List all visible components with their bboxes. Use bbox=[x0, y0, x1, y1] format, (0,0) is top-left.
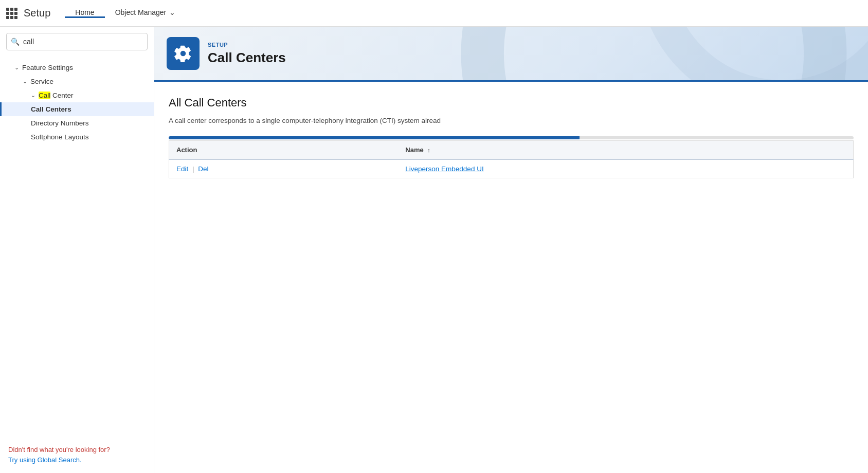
search-icon: 🔍 bbox=[11, 38, 20, 46]
content-body: All Call Centers A call center correspon… bbox=[154, 82, 868, 473]
sidebar-item-service[interactable]: ⌄ Service bbox=[0, 75, 154, 88]
chevron-down-icon: ⌄ bbox=[14, 64, 19, 71]
scroll-indicator bbox=[169, 136, 854, 139]
page-header-title: Call Centers bbox=[208, 50, 286, 66]
content-area: SETUP Call Centers All Call Centers A ca… bbox=[154, 27, 868, 473]
search-input[interactable] bbox=[6, 33, 148, 50]
del-link[interactable]: Del bbox=[198, 165, 208, 173]
table-cell-action: Edit | Del bbox=[169, 159, 399, 178]
search-box: 🔍 bbox=[6, 33, 148, 50]
column-header-name[interactable]: Name ↑ bbox=[398, 141, 853, 160]
page-header: SETUP Call Centers bbox=[154, 27, 868, 82]
sidebar-item-directory-numbers[interactable]: Directory Numbers bbox=[0, 116, 154, 130]
app-launcher-icon[interactable] bbox=[6, 8, 17, 19]
page-icon-box bbox=[167, 37, 200, 70]
app-title: Setup bbox=[24, 7, 50, 19]
sidebar: 🔍 ⌄ Feature Settings ⌄ Service ⌄ Call Ce… bbox=[0, 27, 154, 473]
table-row: Edit | Del Liveperson Embedded UI bbox=[169, 159, 854, 178]
tab-home[interactable]: Home bbox=[65, 8, 104, 18]
call-center-name-link[interactable]: Liveperson Embedded UI bbox=[405, 165, 483, 173]
top-nav-tabs: Home Object Manager ⌄ bbox=[65, 8, 186, 18]
sidebar-item-call-center[interactable]: ⌄ Call Center bbox=[0, 88, 154, 102]
pipe-separator: | bbox=[192, 165, 194, 173]
table-cell-name: Liveperson Embedded UI bbox=[398, 159, 853, 178]
global-search-link[interactable]: Try using Global Search. bbox=[8, 456, 82, 464]
sidebar-item-softphone-layouts[interactable]: Softphone Layouts bbox=[0, 130, 154, 144]
table-header-row: Action Name ↑ bbox=[169, 141, 854, 160]
sidebar-item-call-centers[interactable]: Call Centers bbox=[0, 102, 154, 116]
edit-link[interactable]: Edit bbox=[176, 165, 188, 173]
gear-icon bbox=[174, 44, 192, 63]
sidebar-item-feature-settings[interactable]: ⌄ Feature Settings bbox=[0, 61, 154, 75]
chevron-down-icon: ⌄ bbox=[31, 92, 35, 99]
tab-object-manager[interactable]: Object Manager ⌄ bbox=[105, 8, 186, 18]
chevron-down-icon: ⌄ bbox=[169, 8, 175, 16]
content-description: A call center corresponds to a single co… bbox=[169, 116, 854, 126]
column-header-action: Action bbox=[169, 141, 399, 160]
page-header-label: SETUP bbox=[208, 42, 286, 48]
call-centers-table: Action Name ↑ Edit | Del bbox=[169, 140, 854, 178]
section-title: All Call Centers bbox=[169, 96, 854, 110]
sort-asc-icon: ↑ bbox=[427, 147, 430, 153]
sidebar-nav: ⌄ Feature Settings ⌄ Service ⌄ Call Cent… bbox=[0, 57, 154, 436]
chevron-down-icon: ⌄ bbox=[23, 78, 27, 85]
main-layout: 🔍 ⌄ Feature Settings ⌄ Service ⌄ Call Ce… bbox=[0, 27, 868, 473]
top-navigation: Setup Home Object Manager ⌄ bbox=[0, 0, 868, 27]
sidebar-footer: Didn't find what you're looking for? Try… bbox=[0, 436, 154, 473]
